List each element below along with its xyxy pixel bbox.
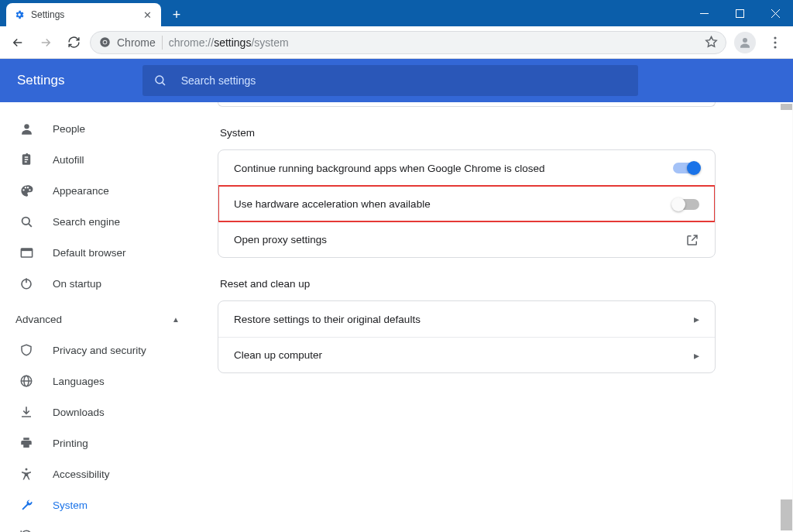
search-icon bbox=[153, 74, 167, 88]
svg-rect-1 bbox=[736, 9, 743, 17]
chrome-icon bbox=[98, 36, 111, 49]
row-label: Use hardware acceleration when available bbox=[234, 198, 431, 210]
sidebar-item-printing[interactable]: Printing bbox=[0, 427, 198, 458]
power-icon bbox=[19, 276, 34, 290]
settings-search[interactable] bbox=[142, 65, 638, 96]
row-label: Continue running background apps when Go… bbox=[234, 163, 545, 174]
chevron-up-icon: ▲ bbox=[172, 315, 180, 324]
svg-point-9 bbox=[156, 76, 163, 84]
sidebar-item-on-startup[interactable]: On startup bbox=[0, 268, 198, 299]
section-reset-title: Reset and clean up bbox=[220, 278, 793, 290]
sidebar-item-system[interactable]: System bbox=[0, 489, 198, 520]
row-proxy-settings[interactable]: Open proxy settings bbox=[218, 221, 715, 257]
sidebar-item-label: Accessibility bbox=[53, 469, 110, 480]
omnibox[interactable]: Chrome chrome://settings/system bbox=[90, 31, 726, 54]
svg-point-5 bbox=[743, 38, 747, 43]
forward-button[interactable] bbox=[34, 31, 57, 54]
svg-point-10 bbox=[24, 124, 29, 129]
svg-point-11 bbox=[22, 217, 29, 225]
settings-sidebar: People Autofill Appearance Search engine… bbox=[0, 102, 198, 532]
close-window-button[interactable] bbox=[757, 0, 793, 26]
page-title: Settings bbox=[17, 73, 64, 88]
sidebar-item-default-browser[interactable]: Default browser bbox=[0, 237, 198, 268]
sidebar-item-label: Privacy and security bbox=[53, 345, 146, 356]
svg-point-6 bbox=[774, 36, 776, 39]
scroll-up-arrow[interactable] bbox=[781, 104, 792, 110]
scrollbar-track[interactable] bbox=[780, 102, 793, 532]
scrollbar-thumb[interactable] bbox=[781, 499, 792, 530]
new-tab-button[interactable]: + bbox=[166, 4, 187, 26]
omnibox-separator bbox=[162, 36, 163, 50]
url-text: chrome://settings/system bbox=[169, 36, 289, 49]
reset-card: Restore settings to their original defau… bbox=[218, 300, 716, 373]
browser-icon bbox=[19, 245, 34, 260]
search-icon bbox=[19, 215, 34, 229]
row-label: Clean up computer bbox=[234, 349, 322, 361]
previous-card-edge bbox=[218, 102, 716, 107]
tab-title: Settings bbox=[31, 9, 141, 20]
svg-point-7 bbox=[774, 41, 776, 43]
row-label: Open proxy settings bbox=[234, 234, 327, 245]
browser-tab[interactable]: Settings ✕ bbox=[6, 3, 161, 26]
printer-icon bbox=[19, 436, 34, 450]
advanced-label: Advanced bbox=[15, 314, 62, 325]
row-background-apps[interactable]: Continue running background apps when Go… bbox=[218, 150, 715, 186]
sidebar-item-label: Languages bbox=[53, 376, 105, 387]
sidebar-advanced-toggle[interactable]: Advanced ▲ bbox=[0, 304, 198, 335]
sidebar-item-label: Search engine bbox=[53, 216, 120, 228]
sidebar-item-reset[interactable]: Reset and clean up bbox=[0, 520, 198, 532]
toggle-background-apps[interactable] bbox=[673, 163, 699, 173]
reload-button[interactable] bbox=[62, 31, 85, 54]
download-icon bbox=[19, 405, 34, 419]
sidebar-item-people[interactable]: People bbox=[0, 113, 198, 144]
restore-icon bbox=[19, 529, 34, 532]
minimize-button[interactable] bbox=[686, 0, 722, 26]
settings-search-input[interactable] bbox=[181, 74, 627, 87]
close-tab-button[interactable]: ✕ bbox=[141, 9, 153, 21]
sidebar-item-accessibility[interactable]: Accessibility bbox=[0, 458, 198, 489]
svg-point-17 bbox=[26, 469, 28, 471]
svg-rect-0 bbox=[700, 13, 709, 14]
sidebar-item-languages[interactable]: Languages bbox=[0, 366, 198, 396]
settings-header: Settings bbox=[0, 59, 793, 102]
section-system-title: System bbox=[220, 127, 793, 139]
overflow-menu-button[interactable] bbox=[764, 31, 787, 54]
sidebar-item-label: Downloads bbox=[53, 407, 105, 418]
svg-rect-13 bbox=[21, 248, 32, 250]
profile-avatar[interactable] bbox=[734, 32, 756, 53]
sidebar-item-label: System bbox=[53, 499, 88, 511]
wrench-icon bbox=[19, 498, 34, 513]
sidebar-item-privacy[interactable]: Privacy and security bbox=[0, 335, 198, 366]
address-bar: Chrome chrome://settings/system bbox=[0, 26, 793, 59]
sidebar-item-label: People bbox=[53, 123, 85, 135]
chevron-right-icon: ▸ bbox=[694, 349, 699, 362]
sidebar-item-label: On startup bbox=[53, 278, 101, 290]
bookmark-star-icon[interactable] bbox=[705, 36, 718, 49]
sidebar-item-label: Autofill bbox=[53, 154, 84, 166]
chevron-right-icon: ▸ bbox=[694, 313, 699, 325]
sidebar-item-appearance[interactable]: Appearance bbox=[0, 175, 198, 206]
back-button[interactable] bbox=[6, 31, 29, 54]
sidebar-item-search-engine[interactable]: Search engine bbox=[0, 206, 198, 237]
sidebar-item-label: Appearance bbox=[53, 185, 109, 197]
row-restore-defaults[interactable]: Restore settings to their original defau… bbox=[218, 301, 715, 337]
sidebar-item-autofill[interactable]: Autofill bbox=[0, 144, 198, 175]
svg-point-8 bbox=[774, 46, 776, 48]
settings-main: System Continue running background apps … bbox=[198, 102, 793, 532]
toggle-hardware-acceleration[interactable] bbox=[673, 199, 699, 210]
sidebar-item-downloads[interactable]: Downloads bbox=[0, 396, 198, 427]
row-hardware-acceleration[interactable]: Use hardware acceleration when available bbox=[218, 186, 715, 221]
system-card: Continue running background apps when Go… bbox=[218, 149, 716, 258]
clipboard-icon bbox=[19, 153, 34, 166]
person-icon bbox=[19, 122, 34, 136]
accessibility-icon bbox=[19, 467, 34, 481]
row-cleanup-computer[interactable]: Clean up computer ▸ bbox=[218, 337, 715, 372]
maximize-button[interactable] bbox=[722, 0, 757, 26]
url-scheme: Chrome bbox=[117, 36, 156, 49]
window-titlebar: Settings ✕ + bbox=[0, 0, 793, 26]
external-link-icon bbox=[685, 233, 699, 247]
window-controls bbox=[686, 0, 793, 26]
gear-icon bbox=[14, 9, 25, 20]
globe-icon bbox=[19, 374, 34, 388]
sidebar-item-label: Default browser bbox=[53, 247, 126, 259]
